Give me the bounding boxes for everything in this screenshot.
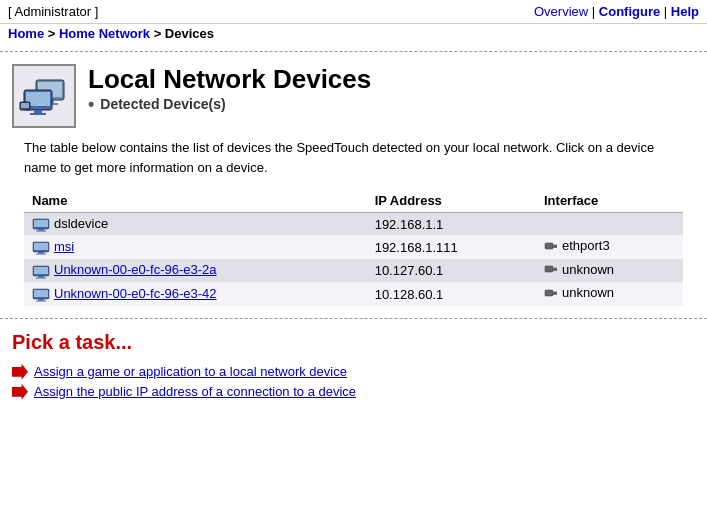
interface-label: unknown <box>562 262 614 277</box>
task-list: Assign a game or application to a local … <box>12 364 695 400</box>
computer-icon <box>32 217 50 232</box>
table-row: Unknown-00-e0-fc-96-e3-4210.128.60.1 unk… <box>24 282 683 306</box>
svg-rect-35 <box>36 301 46 302</box>
breadcrumb: Home > Home Network > Devices <box>0 24 707 47</box>
svg-rect-18 <box>545 243 553 249</box>
admin-text: [ Administrator ] <box>8 4 98 19</box>
device-icon <box>12 64 76 128</box>
computer-icon <box>32 287 50 302</box>
device-table: Name IP Address Interface dsldevice192.1… <box>24 189 683 306</box>
bullet: • <box>88 95 94 113</box>
tasks-heading: Pick a task... <box>12 331 695 354</box>
device-name-link[interactable]: msi <box>54 239 74 254</box>
task-item: Assign a game or application to a local … <box>12 364 695 380</box>
page-title: Local Network Devices <box>88 64 371 95</box>
svg-rect-36 <box>545 290 553 296</box>
svg-rect-26 <box>36 277 46 278</box>
device-name-cell: msi <box>24 235 367 259</box>
col-name: Name <box>24 189 367 213</box>
device-name-link[interactable]: Unknown-00-e0-fc-96-e3-42 <box>54 286 217 301</box>
interface-icon <box>544 239 558 253</box>
device-interface-cell <box>536 213 683 236</box>
task-item: Assign the public IP address of a connec… <box>12 384 695 400</box>
top-header: [ Administrator ] Overview | Configure |… <box>0 0 707 24</box>
interface-label: ethport3 <box>562 238 610 253</box>
task-link-0[interactable]: Assign a game or application to a local … <box>34 364 347 379</box>
device-interface-cell: ethport3 <box>536 235 683 259</box>
table-row: msi192.168.1.111 ethport3 <box>24 235 683 259</box>
svg-rect-15 <box>34 243 48 250</box>
nav-help[interactable]: Help <box>671 4 699 19</box>
admin-label: [ Administrator ] <box>8 4 98 19</box>
device-interface-cell: unknown <box>536 282 683 306</box>
nav-overview[interactable]: Overview <box>534 4 588 19</box>
task-arrow-icon <box>12 364 28 380</box>
breadcrumb-devices: Devices <box>165 26 214 41</box>
svg-rect-17 <box>36 254 46 255</box>
page-title-content: Local Network Devices • Detected Device(… <box>88 64 371 113</box>
svg-rect-16 <box>38 252 44 254</box>
device-ip-cell: 10.127.60.1 <box>367 259 536 283</box>
device-ip-cell: 192.168.1.1 <box>367 213 536 236</box>
svg-rect-25 <box>38 276 44 278</box>
device-name-cell: dsldevice <box>24 213 367 236</box>
computer-icon <box>32 240 50 255</box>
table-header-row: Name IP Address Interface <box>24 189 683 213</box>
svg-rect-37 <box>553 291 557 294</box>
svg-rect-12 <box>38 229 44 231</box>
svg-rect-28 <box>553 268 557 271</box>
task-link-1[interactable]: Assign the public IP address of a connec… <box>34 384 356 399</box>
svg-rect-9 <box>21 103 29 108</box>
device-name-cell: Unknown-00-e0-fc-96-e3-2a <box>24 259 367 283</box>
network-devices-icon <box>18 72 70 120</box>
svg-rect-24 <box>34 267 48 274</box>
breadcrumb-home[interactable]: Home <box>8 26 44 41</box>
main-content: Local Network Devices • Detected Device(… <box>0 56 707 314</box>
device-name-cell: Unknown-00-e0-fc-96-e3-42 <box>24 282 367 306</box>
subtitle-text: Detected Device(s) <box>100 96 225 112</box>
nav-configure[interactable]: Configure <box>599 4 660 19</box>
device-ip-cell: 192.168.1.111 <box>367 235 536 259</box>
interface-label: unknown <box>562 285 614 300</box>
svg-rect-13 <box>36 231 46 232</box>
tasks-section: Pick a task... Assign a game or applicat… <box>0 323 707 412</box>
nav-links: Overview | Configure | Help <box>534 4 699 19</box>
computer-icon <box>32 263 50 278</box>
svg-rect-6 <box>34 110 42 113</box>
svg-rect-34 <box>38 299 44 301</box>
interface-icon <box>544 286 558 300</box>
interface-icon <box>544 262 558 276</box>
svg-rect-19 <box>553 244 557 247</box>
header-divider <box>0 51 707 52</box>
col-ip: IP Address <box>367 189 536 213</box>
content-divider <box>0 318 707 319</box>
svg-rect-11 <box>34 220 48 227</box>
device-name-link[interactable]: Unknown-00-e0-fc-96-e3-2a <box>54 262 217 277</box>
device-interface-cell: unknown <box>536 259 683 283</box>
table-row: dsldevice192.168.1.1 <box>24 213 683 236</box>
device-name-text: dsldevice <box>54 216 108 231</box>
svg-rect-27 <box>545 266 553 272</box>
svg-rect-33 <box>34 290 48 297</box>
detected-label: • Detected Device(s) <box>88 95 371 113</box>
svg-rect-7 <box>30 113 46 115</box>
device-ip-cell: 10.128.60.1 <box>367 282 536 306</box>
description-text: The table below contains the list of dev… <box>24 138 683 177</box>
table-row: Unknown-00-e0-fc-96-e3-2a10.127.60.1 unk… <box>24 259 683 283</box>
breadcrumb-home-network[interactable]: Home Network <box>59 26 150 41</box>
task-arrow-icon <box>12 384 28 400</box>
page-title-row: Local Network Devices • Detected Device(… <box>12 64 695 128</box>
col-interface: Interface <box>536 189 683 213</box>
